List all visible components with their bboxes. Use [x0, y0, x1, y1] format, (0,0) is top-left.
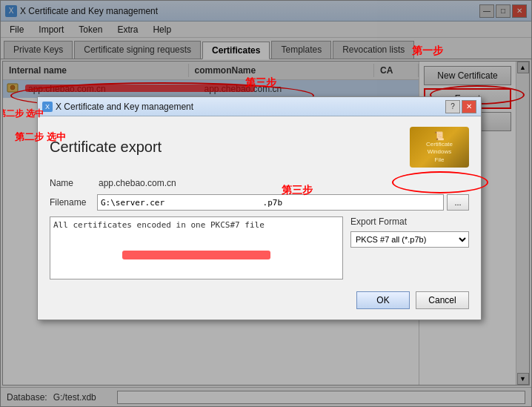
dialog-header: Certificate export 📜 Certificate Windows… [50, 127, 469, 168]
description-text: All certificates encoded in one PKCS#7 f… [53, 220, 265, 230]
dialog-icon: X [42, 102, 53, 112]
certificate-export-dialog: X X Certificate and Key management ? ✕ C… [37, 96, 482, 320]
dialog-buttons: OK Cancel [50, 288, 469, 309]
dialog-title-buttons: ? ✕ [445, 100, 476, 113]
export-format-label: Export Format [350, 216, 469, 227]
export-format-panel: Export Format PKCS #7 all (*.p7b) [350, 216, 469, 279]
cancel-button[interactable]: Cancel [416, 291, 469, 309]
filename-row: Filename ... [50, 194, 469, 211]
name-label: Name [50, 178, 94, 188]
dialog-title-bar: X X Certificate and Key management ? ✕ [38, 97, 481, 116]
certificate-badge: 📜 Certificate Windows File [410, 127, 469, 168]
dialog-heading: Certificate export [50, 139, 410, 156]
browse-button[interactable]: ... [447, 194, 469, 211]
format-select-row: PKCS #7 all (*.p7b) [350, 231, 469, 248]
ok-button[interactable]: OK [356, 291, 410, 309]
format-select[interactable]: PKCS #7 all (*.p7b) [350, 231, 469, 248]
filename-label: Filename [50, 197, 94, 208]
name-value: app.chebao.com.cn [99, 178, 176, 188]
filename-input[interactable] [97, 194, 444, 211]
dialog-content: Certificate export 📜 Certificate Windows… [38, 116, 481, 320]
dialog-help-button[interactable]: ? [445, 100, 460, 113]
name-row: Name app.chebao.com.cn [50, 178, 469, 188]
description-area: All certificates encoded in one PKCS#7 f… [50, 216, 343, 279]
dialog-lower: All certificates encoded in one PKCS#7 f… [50, 216, 469, 279]
dialog-title: X Certificate and Key management [56, 102, 445, 112]
dialog-close-button[interactable]: ✕ [462, 100, 476, 113]
